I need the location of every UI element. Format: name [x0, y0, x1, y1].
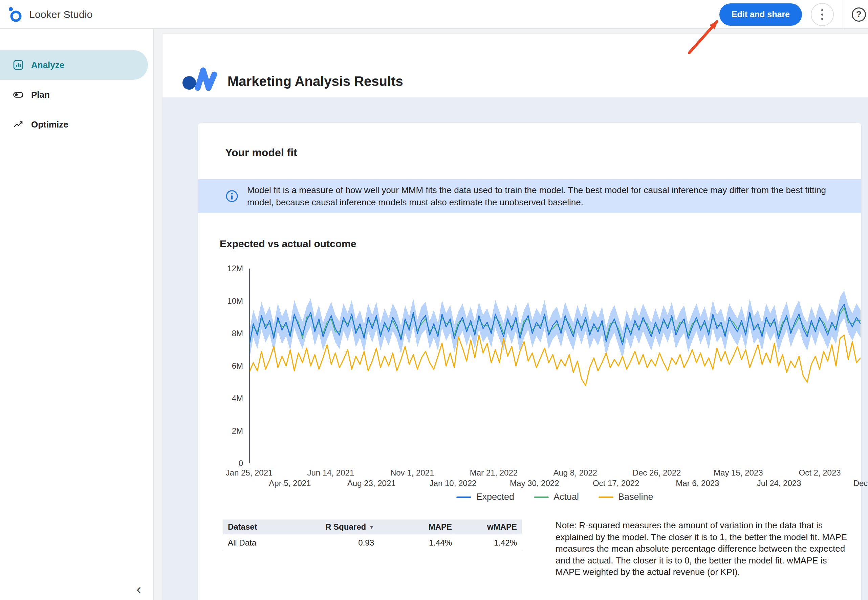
app-title: Looker Studio: [29, 9, 93, 20]
y-axis-tick-label: 0: [198, 459, 243, 468]
legend-label: Expected: [476, 492, 514, 502]
chart-legend: ExpectedActualBaseline: [249, 492, 860, 502]
sidebar-item-label: Optimize: [31, 120, 68, 130]
legend-line-icon: [534, 497, 549, 498]
help-button[interactable]: ?: [852, 8, 866, 22]
sidebar-collapse-button[interactable]: ‹: [129, 580, 148, 598]
x-axis-tick-label: Jan 25, 2021: [215, 468, 283, 477]
sidebar-item-label: Analyze: [31, 60, 64, 70]
cell-dataset: All Data: [223, 538, 318, 548]
model-fit-note: Note: R-squared measures the amount of v…: [556, 520, 852, 578]
y-axis: 02M4M6M8M10M12M: [198, 268, 243, 464]
info-icon: [225, 190, 238, 203]
x-axis-tick-label: Jul 24, 2023: [745, 479, 813, 488]
x-axis-tick-label: Apr 5, 2021: [256, 479, 324, 488]
edit-and-share-button[interactable]: Edit and share: [719, 3, 802, 26]
x-axis-tick-label: Mar 6, 2023: [664, 479, 731, 488]
x-axis-tick-label: May 15, 2023: [704, 468, 772, 477]
y-axis-tick-label: 2M: [198, 426, 243, 436]
x-axis-tick-label: Nov 1, 2021: [379, 468, 446, 477]
y-axis-tick-label: 6M: [198, 361, 243, 371]
more-options-button[interactable]: [811, 3, 834, 26]
metrics-row: Dataset R Squared▼ MAPE wMAPE All Data 0…: [223, 520, 861, 578]
looker-studio-logo: [8, 6, 22, 23]
y-axis-tick-label: 10M: [198, 296, 243, 306]
col-header-wmape: wMAPE: [457, 522, 522, 532]
legend-line-icon: [599, 497, 613, 498]
sort-descending-icon: ▼: [369, 524, 374, 530]
plan-toggle-icon: [13, 89, 24, 100]
x-axis-tick-label: Jan 10, 2022: [419, 479, 487, 488]
sidebar-item-plan[interactable]: Plan: [0, 80, 148, 109]
x-axis-tick-label: May 30, 2022: [501, 479, 569, 488]
expected-vs-actual-chart: 02M4M6M8M10M12M Jan 25, 2021Apr 5, 2021J…: [198, 268, 861, 509]
optimize-trending-up-icon: [13, 119, 24, 130]
report-canvas: Marketing Analysis Results Your model fi…: [154, 29, 868, 600]
sidebar-item-optimize[interactable]: Optimize: [0, 109, 148, 139]
report-header: Marketing Analysis Results: [163, 34, 868, 97]
report-page: Marketing Analysis Results Your model fi…: [163, 34, 868, 600]
col-header-r-squared[interactable]: R Squared▼: [318, 522, 379, 532]
x-axis-tick-label: Dec 26, 2022: [623, 468, 691, 477]
x-axis-tick-label: Dec: [827, 479, 868, 488]
y-axis-tick-label: 4M: [198, 394, 243, 403]
x-axis-tick-label: Jun 14, 2021: [297, 468, 365, 477]
app-bar: Looker Studio Edit and share ?: [0, 0, 868, 29]
report-logo: [182, 62, 220, 91]
info-banner: Model fit is a measure of how well your …: [198, 179, 861, 213]
info-banner-text: Model fit is a measure of how well your …: [247, 184, 848, 208]
legend-item-expected: Expected: [456, 492, 514, 502]
chart-section-title: Expected vs actual outcome: [220, 238, 861, 250]
kebab-icon: [821, 9, 823, 20]
model-fit-table: Dataset R Squared▼ MAPE wMAPE All Data 0…: [223, 520, 522, 551]
table-header-row: Dataset R Squared▼ MAPE wMAPE: [223, 520, 522, 534]
table-row: All Data 0.93 1.44% 1.42%: [223, 534, 522, 551]
app-bar-actions: Edit and share ?: [719, 0, 861, 29]
brand: Looker Studio: [8, 0, 93, 29]
legend-label: Baseline: [618, 492, 654, 502]
model-fit-card: Your model fit Model fit is a measure of…: [198, 123, 861, 600]
sidebar: Analyze Plan Optimize ‹: [0, 29, 154, 600]
card-title: Your model fit: [198, 123, 861, 159]
sidebar-item-label: Plan: [31, 89, 50, 100]
col-header-dataset: Dataset: [223, 522, 318, 532]
help-icon: ?: [856, 9, 862, 20]
x-axis-tick-label: Mar 21, 2022: [460, 468, 527, 477]
report-title: Marketing Analysis Results: [228, 74, 403, 89]
sidebar-item-analyze[interactable]: Analyze: [0, 50, 148, 80]
legend-label: Actual: [553, 492, 579, 502]
cell-mape: 1.44%: [379, 538, 457, 548]
legend-line-icon: [456, 497, 471, 498]
x-axis-tick-label: Oct 17, 2022: [582, 479, 650, 488]
looker-studio-app: Looker Studio Edit and share ?: [0, 0, 868, 600]
analyze-chart-icon: [13, 59, 24, 70]
x-axis-tick-label: Aug 8, 2022: [541, 468, 609, 477]
x-axis-tick-label: Aug 23, 2021: [337, 479, 405, 488]
x-axis-tick-label: Oct 2, 2023: [786, 468, 854, 477]
col-header-mape: MAPE: [379, 522, 457, 532]
legend-item-actual: Actual: [534, 492, 579, 502]
y-axis-tick-label: 8M: [198, 329, 243, 338]
y-axis-tick-label: 12M: [198, 264, 243, 273]
legend-item-baseline: Baseline: [599, 492, 654, 502]
report-body: Your model fit Model fit is a measure of…: [163, 97, 868, 600]
x-axis: Jan 25, 2021Apr 5, 2021Jun 14, 2021Aug 2…: [249, 268, 860, 488]
cell-r-squared: 0.93: [318, 538, 379, 548]
cell-wmape: 1.42%: [457, 538, 522, 548]
